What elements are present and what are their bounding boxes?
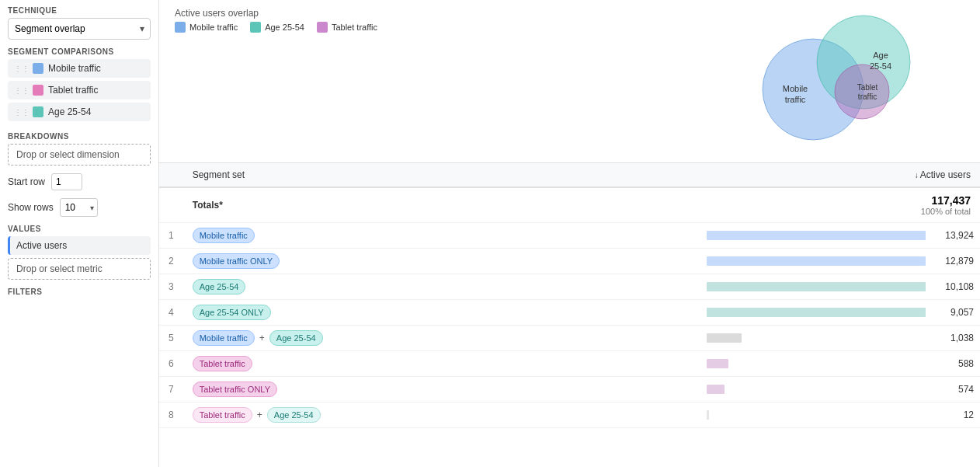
totals-pct: 100% of total [716,207,971,216]
row-number: 8 [159,403,183,428]
metric-cell: 1,038 [707,326,980,351]
segment-badge: Tablet traffic ONLY [193,382,277,397]
data-table: Segment set ↓Active users Totals* 117,43… [159,163,980,428]
technique-select[interactable]: Segment overlap [8,18,151,40]
segment-age[interactable]: ⋮⋮ Age 25-54 [8,103,151,121]
svg-text:Tablet: Tablet [857,83,878,92]
svg-text:traffic: traffic [785,95,806,104]
metric-value: 13,924 [945,230,974,241]
row-number: 5 [159,326,183,351]
mobile-traffic-label: Mobile traffic [48,63,101,74]
col-segment-header[interactable]: Segment set [183,163,707,187]
table-row: 2Mobile traffic ONLY12,879 [159,249,980,274]
left-panel: TECHNIQUE Segment overlap SEGMENT COMPAR… [0,0,159,467]
bar-fill [707,256,926,266]
metric-cell: 9,057 [707,300,980,326]
bar-fill [707,308,926,317]
filters-section: FILTERS [8,288,151,299]
age-icon [33,106,43,117]
legend-tablet: Tablet traffic [317,22,377,33]
drop-dimension-button[interactable]: Drop or select dimension [8,144,151,166]
segment-badge: Mobile traffic [193,228,255,243]
metric-cell: 12 [707,403,980,428]
row-number: 3 [159,274,183,300]
age-label: Age 25-54 [48,106,91,117]
metric-value: 10,108 [945,281,974,292]
col-num-header [159,163,183,187]
mobile-traffic-icon [33,63,43,74]
metric-value: 1,038 [950,333,974,343]
legend-age-swatch [250,22,261,33]
active-users-label: Active users [16,240,67,251]
start-row-section: Start row [8,173,151,190]
right-panel: Active users overlap Mobile traffic Age … [159,0,980,467]
metric-cell: 574 [707,377,980,403]
segment-cell: Mobile traffic [183,223,707,249]
segment-cell: Mobile traffic+Age 25-54 [183,326,707,351]
segment-badge: Mobile traffic ONLY [193,253,280,269]
values-section: VALUES Active users Drop or select metri… [8,225,151,280]
segment-mobile[interactable]: ⋮⋮ Mobile traffic [8,59,151,78]
segment-badge: Age 25-54 [269,330,323,346]
segment-tablet[interactable]: ⋮⋮ Tablet traffic [8,81,151,99]
filters-label: FILTERS [8,288,151,296]
segment-cell: Age 25-54 ONLY [183,300,707,326]
svg-text:Mobile: Mobile [783,84,808,93]
table-row: 5Mobile traffic+Age 25-541,038 [159,326,980,351]
segment-badge: Tablet traffic [193,407,252,423]
values-label: VALUES [8,225,151,233]
legend-mobile: Mobile traffic [175,22,238,33]
segment-cell: Tablet traffic ONLY [183,377,707,403]
row-number: 6 [159,351,183,377]
row-number: 7 [159,377,183,403]
metric-value: 588 [958,358,974,369]
show-rows-label: Show rows [8,202,54,213]
technique-section: TECHNIQUE Segment overlap [8,6,151,40]
table-row: 3Age 25-5410,108 [159,274,980,300]
row-number: 4 [159,300,183,326]
legend-age-label: Age 25-54 [265,23,304,32]
bar-fill [707,410,709,420]
drop-metric-button[interactable]: Drop or select metric [8,258,151,280]
segment-cell: Mobile traffic ONLY [183,249,707,274]
segment-badge: Age 25-54 ONLY [193,305,271,320]
metric-value: 574 [958,384,974,395]
chart-area: Active users overlap Mobile traffic Age … [159,0,980,163]
metric-cell: 13,924 [707,223,980,249]
plus-sign: + [259,333,265,343]
legend-mobile-swatch [175,22,186,33]
totals-value: 117,437 [716,194,971,207]
svg-text:Age: Age [873,51,888,60]
start-row-input[interactable] [51,173,82,190]
segment-badge: Age 25-54 [267,407,321,423]
legend-age: Age 25-54 [250,22,304,33]
show-rows-select[interactable]: 10 25 50 100 [60,198,98,217]
table-row: 1Mobile traffic13,924 [159,223,980,249]
bar-fill [707,333,742,343]
table-row: 8Tablet traffic+Age 25-5412 [159,403,980,428]
segment-cell: Age 25-54 [183,274,707,300]
breakdowns-label: BREAKDOWNS [8,132,151,141]
table-row: 7Tablet traffic ONLY574 [159,377,980,403]
venn-diagram: Mobile traffic Age 25-54 Tablet traffic [732,8,949,148]
bar-fill [707,359,728,368]
table-row: 4Age 25-54 ONLY9,057 [159,300,980,326]
col-metric-header[interactable]: ↓Active users [707,163,980,187]
row-number: 1 [159,223,183,249]
metric-value: 12,879 [945,256,974,267]
legend-mobile-label: Mobile traffic [189,23,238,32]
show-rows-section: Show rows 10 25 50 100 [8,198,151,217]
breakdowns-section: BREAKDOWNS Drop or select dimension [8,132,151,166]
svg-text:traffic: traffic [858,92,877,101]
legend-tablet-label: Tablet traffic [332,23,377,32]
sort-arrow-icon: ↓ [915,171,919,179]
row-number: 2 [159,249,183,274]
svg-text:25-54: 25-54 [870,61,891,71]
active-users-tag: Active users [8,236,151,255]
segment-badge: Tablet traffic [193,356,252,371]
tablet-traffic-label: Tablet traffic [48,85,98,96]
tablet-traffic-icon [33,85,43,96]
bar-fill [707,282,926,291]
technique-label: TECHNIQUE [8,6,151,15]
table-row: 6Tablet traffic588 [159,351,980,377]
